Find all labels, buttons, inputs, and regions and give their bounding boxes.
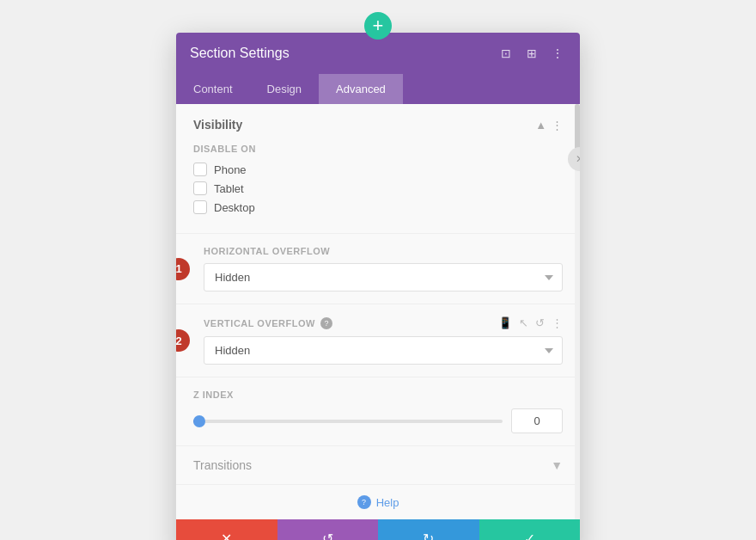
refresh-button[interactable]: ↻ <box>378 519 479 540</box>
more-icon[interactable]: ⋮ <box>549 45 566 62</box>
z-index-input[interactable] <box>511 408 563 433</box>
z-index-section: Z Index <box>176 377 580 446</box>
z-index-label: Z Index <box>193 390 563 400</box>
section-more-icon[interactable]: ⋮ <box>552 119 563 132</box>
z-index-slider-thumb[interactable] <box>193 415 205 427</box>
help-label[interactable]: Help <box>376 496 399 509</box>
add-section-button[interactable]: + <box>364 12 392 40</box>
visibility-section-header: Visibility ▲ ⋮ <box>193 118 563 132</box>
tabs-bar: Content Design Advanced <box>176 74 580 104</box>
cancel-button[interactable]: ✕ <box>176 519 277 540</box>
phone-checkbox[interactable] <box>193 163 207 176</box>
vertical-overflow-badge: 2 <box>176 329 190 352</box>
undo-icon[interactable]: ↺ <box>535 316 545 329</box>
collapse-icon[interactable]: ▲ <box>535 119 546 132</box>
desktop-checkbox-row: Desktop <box>193 200 563 214</box>
z-index-row <box>193 408 563 433</box>
phone-label: Phone <box>214 163 247 176</box>
desktop-label: Desktop <box>214 201 255 214</box>
reset-icon: ↺ <box>322 531 333 541</box>
tab-advanced[interactable]: Advanced <box>319 74 403 104</box>
visibility-section: Visibility ▲ ⋮ Disable on Phone Tablet <box>176 104 580 234</box>
horizontal-overflow-select[interactable]: Hidden Visible Scroll Auto <box>204 263 563 291</box>
help-circle-icon: ? <box>357 495 371 509</box>
columns-icon[interactable]: ⊞ <box>523 45 540 62</box>
phone-checkbox-row: Phone <box>193 163 563 176</box>
vertical-overflow-section: 2 Vertical Overflow ? 📱 ↖ ↺ ⋮ Hidden Vis… <box>176 304 580 377</box>
reset-button[interactable]: ↺ <box>277 519 379 540</box>
cancel-icon: ✕ <box>221 531 232 541</box>
tab-design[interactable]: Design <box>250 74 319 104</box>
transitions-chevron-icon[interactable]: ▼ <box>551 458 563 472</box>
transitions-label: Transitions <box>193 458 252 472</box>
header-icons: ⊡ ⊞ ⋮ <box>497 45 566 62</box>
horizontal-overflow-label-row: Horizontal Overflow <box>204 246 563 256</box>
modal-body: Visibility ▲ ⋮ Disable on Phone Tablet <box>176 104 580 519</box>
tablet-checkbox[interactable] <box>193 181 207 195</box>
disable-on-label: Disable on <box>193 144 563 154</box>
z-index-slider-track[interactable] <box>193 420 503 423</box>
tablet-checkbox-row: Tablet <box>193 181 563 195</box>
vertical-overflow-label: Vertical Overflow <box>204 318 315 328</box>
section-header-controls: ▲ ⋮ <box>535 119 563 132</box>
vertical-overflow-label-row: Vertical Overflow ? 📱 ↖ ↺ ⋮ <box>204 316 563 329</box>
modal-title: Section Settings <box>190 46 290 61</box>
modal-footer: ✕ ↺ ↻ ✓ <box>176 519 580 540</box>
horizontal-overflow-section: 1 Horizontal Overflow Hidden Visible Scr… <box>176 234 580 304</box>
overflow-more-icon[interactable]: ⋮ <box>552 316 563 329</box>
horizontal-overflow-badge: 1 <box>176 258 190 280</box>
confirm-button[interactable]: ✓ <box>479 519 581 540</box>
help-row: ? Help <box>176 484 580 519</box>
vertical-overflow-select[interactable]: Hidden Visible Scroll Auto <box>204 336 563 365</box>
desktop-checkbox[interactable] <box>193 200 207 214</box>
visibility-title: Visibility <box>193 118 242 132</box>
section-settings-modal: Section Settings ⊡ ⊞ ⋮ Content Design Ad… <box>176 33 580 540</box>
tab-content[interactable]: Content <box>176 74 250 104</box>
refresh-icon: ↻ <box>423 531 434 541</box>
plus-icon: + <box>373 15 384 37</box>
mobile-icon[interactable]: 📱 <box>498 316 512 329</box>
cursor-icon[interactable]: ↖ <box>519 316 528 329</box>
confirm-icon: ✓ <box>524 531 535 541</box>
vertical-overflow-help[interactable]: ? <box>320 317 332 329</box>
horizontal-overflow-label: Horizontal Overflow <box>204 246 330 256</box>
overflow-icon-group: 📱 ↖ ↺ ⋮ <box>498 316 563 329</box>
tablet-label: Tablet <box>214 182 244 195</box>
responsive-icon[interactable]: ⊡ <box>497 45 515 62</box>
transitions-section: Transitions ▼ <box>176 446 580 484</box>
